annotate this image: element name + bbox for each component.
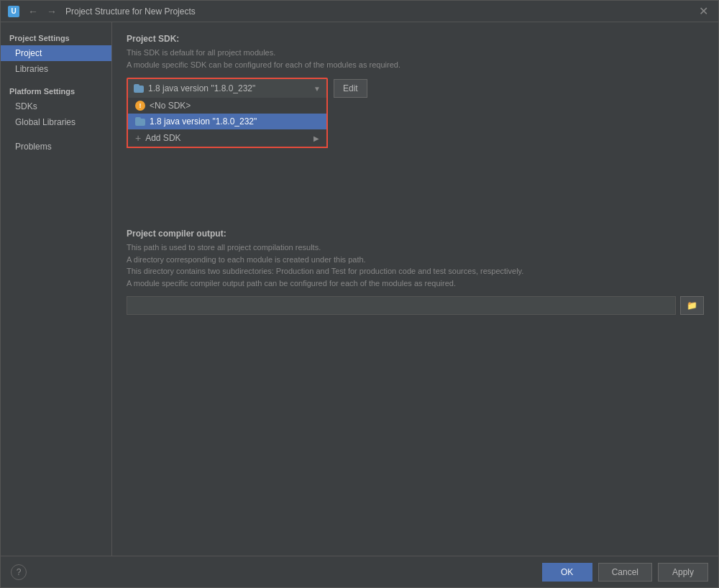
sdk-row: 1.8 java version "1.8.0_232" ▼ ! <No SDK… [127, 78, 704, 99]
java-sdk-folder-icon [135, 117, 145, 126]
project-settings-section: Project Settings [1, 29, 111, 45]
help-button[interactable]: ? [11, 564, 27, 580]
add-sdk-item[interactable]: + Add SDK ▶ [128, 129, 326, 147]
sidebar-item-libraries[interactable]: Libraries [1, 61, 111, 77]
sidebar: Project Settings Project Libraries Platf… [1, 22, 112, 556]
sdk-dropdown-list: ! <No SDK> 1.8 java version "1.8.0_232" … [127, 98, 328, 148]
sdk-desc: This SDK is default for all project modu… [127, 47, 704, 70]
edit-sdk-button[interactable]: Edit [334, 79, 367, 98]
back-button[interactable]: ← [25, 6, 41, 17]
nav-buttons: ← → [25, 6, 60, 17]
bottom-bar: ? OK Cancel Apply [1, 556, 718, 587]
no-sdk-label: <No SDK> [150, 101, 191, 111]
compiler-folder-button[interactable]: 📁 [680, 296, 704, 315]
compiler-output-row: 📁 [127, 296, 704, 315]
chevron-down-icon: ▼ [313, 85, 321, 93]
compiler-section: Project compiler output: This path is us… [127, 229, 704, 315]
sdk-dropdown-wrapper: 1.8 java version "1.8.0_232" ▼ ! <No SDK… [127, 78, 328, 99]
sidebar-item-global-libraries[interactable]: Global Libraries [1, 114, 111, 130]
forward-button[interactable]: → [44, 6, 60, 17]
close-button[interactable]: ✕ [696, 4, 711, 18]
sidebar-item-project[interactable]: Project [1, 45, 111, 61]
sdk-dropdown[interactable]: 1.8 java version "1.8.0_232" ▼ [128, 79, 326, 98]
sdk-selected-label: 1.8 java version "1.8.0_232" [148, 83, 255, 93]
app-icon: U [8, 6, 19, 17]
sdk-java-item[interactable]: 1.8 java version "1.8.0_232" [128, 114, 326, 129]
apply-button[interactable]: Apply [658, 563, 708, 582]
add-sdk-label: Add SDK [145, 133, 180, 143]
ok-button[interactable]: OK [542, 563, 592, 582]
sdk-folder-icon [134, 84, 144, 93]
dialog-window: U ← → Project Structure for New Projects… [0, 0, 719, 588]
add-sdk-plus-icon: + [135, 132, 141, 144]
compiler-desc: This path is used to store all project c… [127, 242, 704, 289]
java-sdk-label: 1.8 java version "1.8.0_232" [150, 116, 257, 127]
compiler-section-title: Project compiler output: [127, 229, 704, 239]
window-title: Project Structure for New Projects [65, 6, 196, 17]
sidebar-item-problems[interactable]: Problems [1, 139, 111, 155]
action-buttons: OK Cancel Apply [542, 563, 708, 582]
platform-settings-section: Platform Settings [1, 83, 111, 98]
compiler-output-input[interactable] [127, 296, 676, 315]
content-area: Project Settings Project Libraries Platf… [1, 22, 718, 556]
no-sdk-icon: ! [135, 101, 145, 111]
sdk-no-sdk-item[interactable]: ! <No SDK> [128, 98, 326, 114]
sdk-section: Project SDK: This SDK is default for all… [127, 34, 704, 99]
main-panel: Project SDK: This SDK is default for all… [112, 22, 718, 556]
title-bar: U ← → Project Structure for New Projects… [1, 1, 718, 22]
add-sdk-chevron-icon: ▶ [313, 134, 319, 142]
sdk-section-title: Project SDK: [127, 34, 704, 44]
cancel-button[interactable]: Cancel [598, 563, 652, 582]
sidebar-item-sdks[interactable]: SDKs [1, 98, 111, 114]
